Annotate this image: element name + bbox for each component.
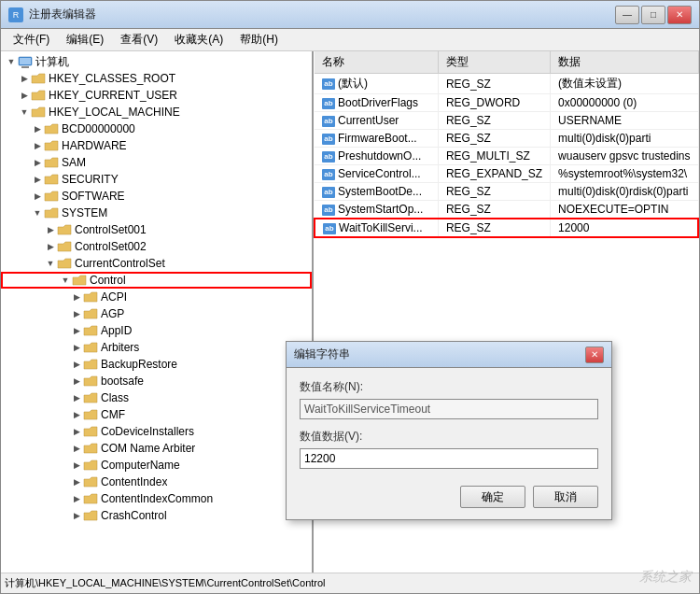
tree-node-hkcu[interactable]: ▶ HKEY_CURRENT_USER [1,87,312,104]
tree-node-ccs002[interactable]: ▶ ControlSet002 [1,238,312,255]
table-row[interactable]: abCurrentUser REG_SZ USERNAME [315,112,698,130]
tree-node-class[interactable]: ▶ Class [1,389,312,406]
title-bar: R 注册表编辑器 — □ ✕ [1,1,699,29]
tree-node-cmf[interactable]: ▶ CMF [1,406,312,423]
tree-node-appid[interactable]: ▶ AppID [1,322,312,339]
minimize-button[interactable]: — [615,6,639,24]
tree-node-agp[interactable]: ▶ AGP [1,305,312,322]
expand-system[interactable]: ▼ [31,206,44,219]
menu-edit[interactable]: 编辑(E) [58,29,112,50]
dialog-name-input[interactable] [300,399,598,419]
dialog-close-button[interactable]: ✕ [585,346,604,363]
expand-hkcu[interactable]: ▶ [18,89,31,102]
tree-node-hkcr[interactable]: ▶ HKEY_CLASSES_ROOT [1,70,312,87]
dialog-data-input[interactable] [300,448,598,469]
svg-rect-1 [21,66,29,68]
reg-value-icon: ab [322,205,335,216]
table-row[interactable]: abFirmwareBoot... REG_SZ multi(0)disk(0)… [315,130,698,148]
table-row[interactable]: abServiceControl... REG_EXPAND_SZ %syste… [315,165,698,183]
expand-class[interactable]: ▶ [70,391,83,404]
expand-codevice[interactable]: ▶ [70,425,83,438]
expand-cmf[interactable]: ▶ [70,408,83,421]
expand-bcd[interactable]: ▶ [31,122,44,135]
expand-computername[interactable]: ▶ [70,459,83,472]
bcd-label: BCD00000000 [62,122,135,135]
dialog-ok-button[interactable]: 确定 [460,486,525,508]
cell-name: abBootDriverFlags [315,94,438,112]
tree-node-computername[interactable]: ▶ ComputerName [1,457,312,474]
tree-node-ccs001[interactable]: ▶ ControlSet001 [1,221,312,238]
expand-acpi[interactable]: ▶ [70,290,83,304]
close-button[interactable]: ✕ [667,6,692,24]
tree-node-system[interactable]: ▼ SYSTEM [1,205,312,221]
codevice-label: CoDeviceInstallers [101,425,194,438]
tree-node-backuprestore[interactable]: ▶ BackupRestore [1,356,312,373]
codevice-icon [83,425,98,438]
expand-sam[interactable]: ▶ [31,156,44,169]
registry-editor-window: R 注册表编辑器 — □ ✕ 文件(F) 编辑(E) 查看(V) 收藏夹(A) … [0,0,700,594]
tree-node-hardware[interactable]: ▶ HARDWARE [1,137,312,154]
expand-control[interactable]: ▼ [59,274,72,287]
table-row[interactable]: abSystemStartOp... REG_SZ NOEXECUTE=OPTI… [315,201,698,219]
menu-help[interactable]: 帮助(H) [231,29,287,50]
table-row[interactable]: abPreshutdownO... REG_MULTI_SZ wuauserv … [315,148,698,165]
menu-file[interactable]: 文件(F) [5,29,58,50]
expand-software[interactable]: ▶ [31,190,44,203]
cell-data: multi(0)disk(0)parti [551,130,698,148]
tree-node-currentcontrolset[interactable]: ▼ CurrentControlSet [1,255,312,272]
svg-rect-2 [20,58,31,64]
tree-node-contentindexcommon[interactable]: ▶ ContentIndexCommon [1,490,312,507]
tree-node-bcd[interactable]: ▶ BCD00000000 [1,120,312,137]
expand-contentindexcommon[interactable]: ▶ [70,492,83,505]
tree-node-codevice[interactable]: ▶ CoDeviceInstallers [1,423,312,440]
tree-node-comname[interactable]: ▶ COM Name Arbiter [1,440,312,457]
tree-node-security[interactable]: ▶ SECURITY [1,171,312,188]
expand-crashcontrol[interactable]: ▶ [70,509,83,522]
cmf-icon [83,408,98,421]
menu-favorites[interactable]: 收藏夹(A) [166,29,231,50]
expand-hklm[interactable]: ▼ [18,106,31,119]
registry-tree[interactable]: ▼ 计算机 ▶ HKEY_CLASSES_ROOT [1,51,314,593]
tree-node-computer[interactable]: ▼ 计算机 [1,53,312,70]
arbiters-label: Arbiters [101,341,139,354]
expand-bootsafe[interactable]: ▶ [70,375,83,388]
tree-node-hklm[interactable]: ▼ HKEY_LOCAL_MACHINE [1,104,312,120]
dialog-cancel-button[interactable]: 取消 [533,486,598,508]
ccs-label: CurrentControlSet [75,257,165,270]
table-row[interactable]: abWaitToKillServi... REG_SZ 12000 [315,219,698,237]
tree-node-control[interactable]: ▼ Control [1,272,312,289]
table-row[interactable]: abBootDriverFlags REG_DWORD 0x00000000 (… [315,94,698,112]
tree-node-acpi[interactable]: ▶ ACPI [1,289,312,305]
expand-ccs002[interactable]: ▶ [44,240,57,253]
window-title: 注册表编辑器 [29,7,615,22]
maximize-button[interactable]: □ [641,6,665,24]
table-row[interactable]: ab(默认) REG_SZ (数值未设置) [315,74,698,94]
expand-hardware[interactable]: ▶ [31,139,44,152]
tree-node-arbiters[interactable]: ▶ Arbiters [1,339,312,356]
tree-node-contentindex[interactable]: ▶ ContentIndex [1,474,312,490]
arbiters-icon [83,341,98,354]
tree-node-software[interactable]: ▶ SOFTWARE [1,188,312,205]
expand-backuprestore[interactable]: ▶ [70,358,83,371]
menu-view[interactable]: 查看(V) [112,29,166,50]
cell-type: REG_SZ [438,201,550,219]
expand-appid[interactable]: ▶ [70,324,83,337]
cell-name: ab(默认) [315,74,438,94]
table-row[interactable]: abSystemBootDe... REG_SZ multi(0)disk(0)… [315,183,698,201]
expand-arbiters[interactable]: ▶ [70,341,83,354]
expand-comname[interactable]: ▶ [70,442,83,455]
expand-hkcr[interactable]: ▶ [18,72,31,85]
dialog-name-label: 数值名称(N): [300,379,598,395]
menu-bar: 文件(F) 编辑(E) 查看(V) 收藏夹(A) 帮助(H) [1,29,699,51]
expand-contentindex[interactable]: ▶ [70,475,83,488]
expand-agp[interactable]: ▶ [70,307,83,320]
expand-computer[interactable]: ▼ [5,55,18,68]
tree-node-crashcontrol[interactable]: ▶ CrashControl [1,507,312,524]
expand-ccs[interactable]: ▼ [44,257,57,270]
tree-node-bootsafe[interactable]: ▶ bootsafe [1,373,312,389]
hkcr-label: HKEY_CLASSES_ROOT [49,72,175,85]
expand-security[interactable]: ▶ [31,173,44,186]
tree-node-sam[interactable]: ▶ SAM [1,154,312,171]
cell-type: REG_SZ [438,112,550,130]
expand-ccs001[interactable]: ▶ [44,223,57,236]
